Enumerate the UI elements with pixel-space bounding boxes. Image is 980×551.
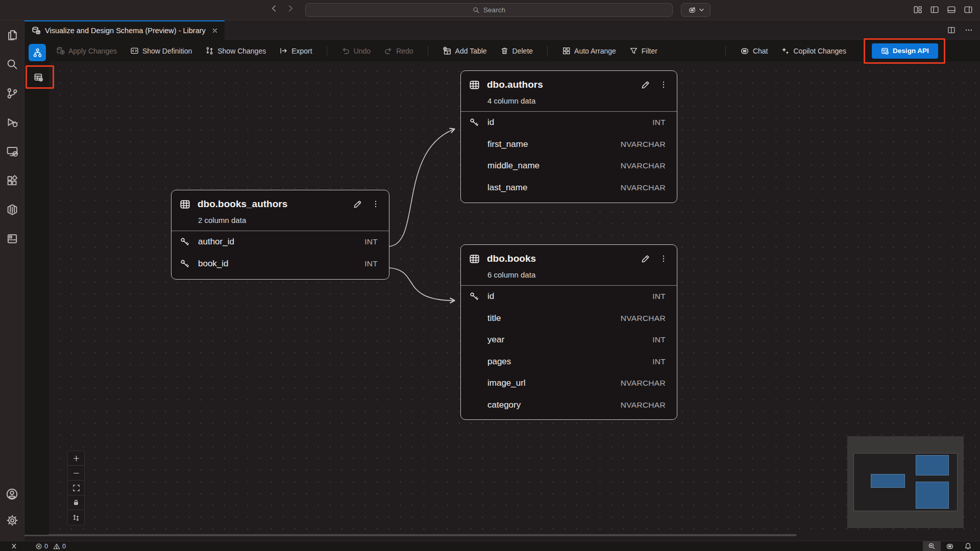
settings-button[interactable] (0, 507, 24, 534)
undo-button[interactable]: Undo (341, 46, 371, 55)
table-card-books[interactable]: dbo.books 6 column data id INT title NVA… (460, 244, 677, 420)
split-editor-icon[interactable] (947, 26, 955, 34)
activity-containers[interactable] (0, 195, 24, 224)
filter-button[interactable]: Filter (629, 46, 657, 55)
account-button[interactable] (0, 481, 24, 507)
column-row[interactable]: middle_name NVARCHAR (461, 155, 677, 177)
copilot-status-button[interactable] (941, 541, 959, 551)
gear-icon (6, 514, 18, 527)
column-row[interactable]: id INT (461, 112, 677, 134)
table-more-icon[interactable] (659, 255, 668, 263)
lock-button[interactable] (68, 495, 84, 510)
column-count: 2 column data (172, 210, 389, 231)
filter-icon (629, 46, 638, 55)
activity-search[interactable] (0, 49, 24, 79)
zoom-status-button[interactable] (923, 541, 941, 551)
edit-table-icon[interactable] (641, 254, 650, 264)
zoom-in-button[interactable] (68, 451, 84, 466)
table-title: dbo.authors (487, 79, 543, 90)
table-icon (180, 199, 190, 210)
apply-changes-button[interactable]: Apply Changes (56, 46, 117, 55)
column-row[interactable]: category NVARCHAR (461, 394, 677, 416)
column-row[interactable]: book_id INT (172, 253, 389, 275)
activity-extensions[interactable] (0, 166, 24, 195)
chat-button[interactable]: Chat (740, 46, 768, 56)
activity-remote-explorer[interactable] (0, 137, 24, 166)
column-row[interactable]: pages INT (461, 351, 677, 373)
fit-view-button[interactable] (68, 481, 84, 495)
table-card-books-authors[interactable]: dbo.books_authors 2 column data author_i… (171, 190, 389, 280)
designer-rail (24, 40, 49, 535)
zoom-out-button[interactable] (68, 466, 84, 481)
table-more-icon[interactable] (372, 200, 380, 208)
undo-icon (341, 46, 350, 55)
zoom-controls (67, 450, 85, 525)
toggle-secondary-sidebar-icon[interactable] (964, 5, 973, 14)
schema-designer-tab-icon (32, 26, 41, 35)
toggle-primary-sidebar-icon[interactable] (930, 5, 939, 14)
column-count: 6 column data (461, 264, 677, 286)
minimap[interactable] (847, 436, 964, 528)
show-changes-button[interactable]: Show Changes (205, 46, 266, 55)
warning-icon (53, 543, 60, 550)
notifications-bell-icon[interactable] (959, 541, 977, 551)
activity-run-debug[interactable] (0, 108, 24, 137)
column-row[interactable]: author_id INT (172, 231, 389, 253)
source-control-icon (6, 87, 18, 99)
title-bar: Search (0, 0, 980, 20)
more-actions-icon[interactable] (965, 26, 973, 34)
back-arrow-icon[interactable] (270, 4, 278, 13)
add-table-button[interactable]: Add Table (443, 46, 487, 56)
toolbar-separator (725, 46, 726, 56)
search-icon (473, 7, 480, 14)
tab-title: Visualize and Design Schema (Preview) - … (45, 27, 206, 35)
rail-schema-visualizer-button[interactable] (29, 44, 46, 61)
forward-arrow-icon[interactable] (286, 4, 295, 13)
auto-arrange-button[interactable]: Auto Arrange (562, 46, 616, 55)
rail-table-designer-button[interactable] (30, 68, 47, 86)
delete-button[interactable]: Delete (500, 46, 533, 55)
column-row[interactable]: id INT (461, 286, 677, 308)
column-row[interactable]: year INT (461, 329, 677, 351)
column-row[interactable]: first_name NVARCHAR (461, 134, 677, 156)
primary-key-icon (180, 237, 198, 247)
search-input[interactable]: Search (305, 3, 673, 17)
reset-connections-button[interactable] (68, 510, 84, 525)
horizontal-scrollbar[interactable] (24, 534, 796, 536)
minimap-node-books (916, 482, 949, 509)
problems-indicator[interactable]: 0 0 (35, 543, 66, 550)
table-icon (469, 80, 480, 90)
column-row[interactable]: last_name NVARCHAR (461, 177, 677, 199)
design-api-button[interactable]: Design API (872, 43, 938, 59)
activity-explorer[interactable] (0, 20, 24, 49)
account-icon (6, 488, 18, 500)
search-placeholder: Search (483, 6, 505, 14)
activity-database-projects[interactable] (0, 224, 24, 253)
database-upload-icon (56, 46, 65, 55)
edit-table-icon[interactable] (641, 80, 650, 90)
table-icon (469, 254, 480, 264)
export-icon (279, 46, 288, 55)
copilot-icon (740, 46, 749, 56)
activity-source-control[interactable] (0, 79, 24, 108)
show-definition-button[interactable]: Show Definition (130, 46, 192, 55)
export-button[interactable]: Export (279, 46, 312, 55)
toolbar-separator (428, 46, 428, 56)
table-card-authors[interactable]: dbo.authors 4 column data id INT first_n… (460, 70, 677, 203)
table-more-icon[interactable] (659, 81, 668, 89)
layout-grid-icon (562, 46, 571, 55)
toggle-panel-icon[interactable] (947, 5, 956, 14)
copilot-menu-button[interactable] (681, 3, 710, 17)
column-row[interactable]: title NVARCHAR (461, 308, 677, 330)
tab-close-icon[interactable] (211, 27, 218, 34)
tab-schema-designer[interactable]: Visualize and Design Schema (Preview) - … (24, 20, 225, 40)
remote-indicator[interactable] (5, 541, 23, 551)
copilot-changes-button[interactable]: Copilot Changes (781, 46, 846, 55)
container-icon (6, 204, 18, 216)
edit-table-icon[interactable] (353, 199, 362, 209)
column-row[interactable]: image_url NVARCHAR (461, 372, 677, 394)
redo-button[interactable]: Redo (384, 46, 413, 55)
customize-layout-icon[interactable] (913, 5, 922, 14)
primary-key-icon (469, 117, 487, 128)
schema-icon (33, 48, 42, 58)
